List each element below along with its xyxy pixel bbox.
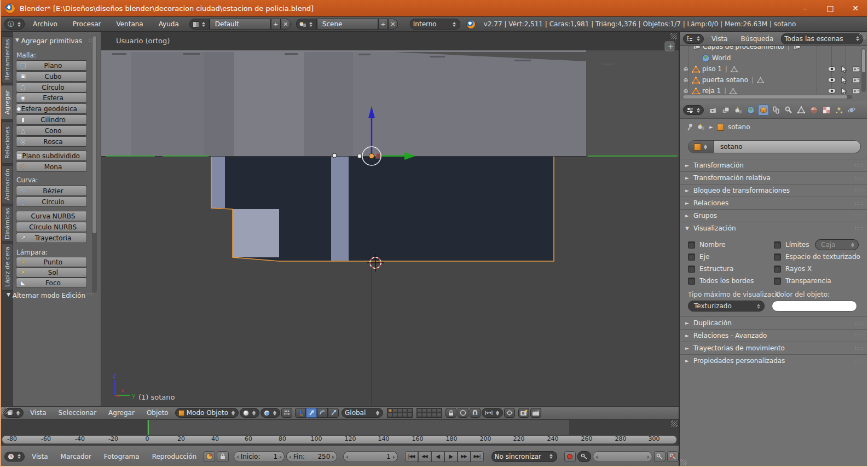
layer-cell[interactable] xyxy=(427,413,432,417)
renderable-camera-icon[interactable] xyxy=(852,88,860,94)
menu-ayuda[interactable]: Ayuda xyxy=(152,20,186,28)
translate-manipulator-button[interactable] xyxy=(306,408,317,418)
panel-relaciones-avanzado[interactable]: ►Relaciones - Avanzado:::: xyxy=(680,329,868,342)
layer-cell[interactable] xyxy=(437,408,442,413)
outliner-tree[interactable]: Capas de procesamiento | World ⊕ piso 1 … xyxy=(680,46,868,94)
auto-keyframe-button[interactable] xyxy=(564,451,576,462)
add-esfera-geodesica-button[interactable]: ◆Esfera geodésica xyxy=(16,103,87,114)
play-reverse-button[interactable]: ◀ xyxy=(431,451,444,462)
tab-lapiz-de-cera[interactable]: Lápiz de cera xyxy=(1,243,13,291)
scrollbar-thumb[interactable] xyxy=(683,95,847,99)
menu-seleccionar[interactable]: Seleccionar xyxy=(53,409,102,417)
menu-reproduccion[interactable]: Reproducción xyxy=(147,453,202,460)
insert-keyframe-button[interactable] xyxy=(654,451,666,462)
outliner-row-renderlayers[interactable]: Capas de procesamiento | xyxy=(680,46,868,52)
layer-cell[interactable] xyxy=(432,408,437,413)
object-color-swatch[interactable] xyxy=(772,301,857,312)
tab-render-layers[interactable] xyxy=(720,105,731,116)
layer-cell[interactable] xyxy=(392,408,397,413)
tab-object-data[interactable] xyxy=(796,105,807,116)
snap-element-select[interactable] xyxy=(482,408,503,418)
x-axis-handle[interactable] xyxy=(376,153,381,158)
region-corner-grip[interactable] xyxy=(1,407,8,414)
add-sol-button[interactable]: ☀Sol xyxy=(16,267,87,278)
add-rosca-button[interactable]: ◎Rosca xyxy=(16,136,87,147)
outliner-row-reja1[interactable]: ⊕ reja 1 | xyxy=(680,85,868,94)
tab-constraints[interactable] xyxy=(771,105,782,116)
add-cubo-button[interactable]: ▣Cubo xyxy=(16,71,87,82)
layer-cell[interactable] xyxy=(417,413,422,417)
checkbox-icon[interactable] xyxy=(688,278,695,285)
orientation-select[interactable]: Global xyxy=(342,408,383,418)
keying-set-button[interactable] xyxy=(577,451,591,462)
scene-context-icon[interactable] xyxy=(697,124,705,130)
menu-procesar[interactable]: Procesar xyxy=(66,20,108,28)
timeline-ruler[interactable]: -80 -60 -40 -20 0 20 40 60 80 100 120 14… xyxy=(0,434,679,445)
layer-cell[interactable] xyxy=(387,408,392,413)
tab-animacion[interactable]: Animación xyxy=(1,165,13,204)
layer-cell[interactable] xyxy=(397,413,402,417)
layout-add-button[interactable]: + xyxy=(271,19,281,30)
minimize-button[interactable]: – xyxy=(792,4,818,13)
layer-cell[interactable] xyxy=(417,408,422,413)
scene-browse-button[interactable] xyxy=(296,19,317,30)
panel-header-alternar-modo[interactable]: ▼ Alternar modo Edición :::: xyxy=(7,292,95,299)
checkbox-estructura[interactable]: Estructura xyxy=(688,265,733,273)
manipulate-centers-button[interactable] xyxy=(281,408,292,418)
mode-select[interactable]: Modo Objeto xyxy=(175,408,239,418)
timeline-scrollbar[interactable] xyxy=(2,435,677,444)
panel-bloqueo[interactable]: ►Bloqueo de transformaciones:::: xyxy=(680,184,868,197)
lock-frame-button[interactable] xyxy=(217,451,228,462)
panel-propiedades-personalizadas[interactable]: ►Propiedades personalizadas:::: xyxy=(680,354,868,367)
sync-mode-select[interactable]: No sincronizar xyxy=(491,451,557,462)
proportional-edit-button[interactable] xyxy=(458,408,468,418)
panel-drag-dots[interactable]: :::: xyxy=(855,358,864,364)
outliner-row-piso1[interactable]: ⊕ piso 1 | xyxy=(680,64,868,74)
scene-add-button[interactable]: + xyxy=(378,19,388,30)
building-mesh[interactable] xyxy=(101,52,614,157)
checkbox-transparencia[interactable]: Transparencia xyxy=(774,277,831,285)
panel-transformacion-relativa[interactable]: ►Transformación relativa:::: xyxy=(680,171,868,184)
checkbox-icon[interactable] xyxy=(774,241,781,249)
tab-physics[interactable] xyxy=(846,105,857,116)
manipulator-axis-button[interactable] xyxy=(295,408,306,418)
visibility-eye-icon[interactable] xyxy=(828,88,836,94)
limites-type-select[interactable]: Caja xyxy=(815,239,859,250)
jump-to-end-button[interactable]: ▶▶| xyxy=(471,451,484,462)
snap-target-button[interactable] xyxy=(504,408,515,418)
menu-marcador[interactable]: Marcador xyxy=(55,453,97,460)
draw-type-select[interactable]: Texturizado xyxy=(688,301,765,312)
checkbox-eje[interactable]: Eje xyxy=(688,253,709,261)
renderable-camera-icon[interactable] xyxy=(852,66,860,72)
menu-fotograma[interactable]: Fotograma xyxy=(99,453,145,460)
render-opengl-animation-button[interactable] xyxy=(530,408,541,418)
add-bezier-button[interactable]: ∿Bézier xyxy=(16,186,87,196)
checkbox-icon[interactable] xyxy=(774,278,781,285)
panel-drag-dots[interactable]: :::: xyxy=(855,213,864,218)
layers-widget-right[interactable] xyxy=(416,408,442,418)
panel-drag-dots[interactable]: :::: xyxy=(855,345,864,351)
add-mona-button[interactable]: ☺Mona xyxy=(16,162,87,172)
add-circulo-nurbs-button[interactable]: ◌Círculo NURBS xyxy=(16,222,87,232)
layer-cell[interactable] xyxy=(432,413,437,417)
pivot-select[interactable] xyxy=(261,408,280,418)
next-keyframe-button[interactable]: ▶▶ xyxy=(458,451,471,462)
expand-icon[interactable]: ⊕ xyxy=(682,88,690,95)
layer-cell[interactable] xyxy=(422,408,427,413)
menu-busqueda[interactable]: Búsqueda xyxy=(736,35,779,43)
layout-browse-button[interactable] xyxy=(189,19,210,30)
add-plano-subdividido-button[interactable]: ▦Plano subdividido xyxy=(16,151,87,161)
panel-visualizacion[interactable]: ▼Visualización:::: xyxy=(680,222,868,234)
region-corner-grip[interactable] xyxy=(859,33,866,39)
layer-cell[interactable] xyxy=(402,413,407,417)
checkbox-nombre[interactable]: Nombre xyxy=(688,241,726,249)
menu-objeto[interactable]: Objeto xyxy=(141,409,174,417)
tab-material[interactable] xyxy=(808,105,819,116)
panel-drag-dots[interactable]: :::: xyxy=(855,226,864,231)
add-plano-button[interactable]: □Plano xyxy=(16,60,87,71)
checkbox-icon[interactable] xyxy=(688,266,695,273)
layer-cell[interactable] xyxy=(402,408,407,413)
panel-drag-dots[interactable]: :::: xyxy=(855,320,864,326)
add-circulo-curva-button[interactable]: ○Círculo xyxy=(16,197,87,207)
render-engine-select[interactable]: Interno xyxy=(410,19,460,30)
